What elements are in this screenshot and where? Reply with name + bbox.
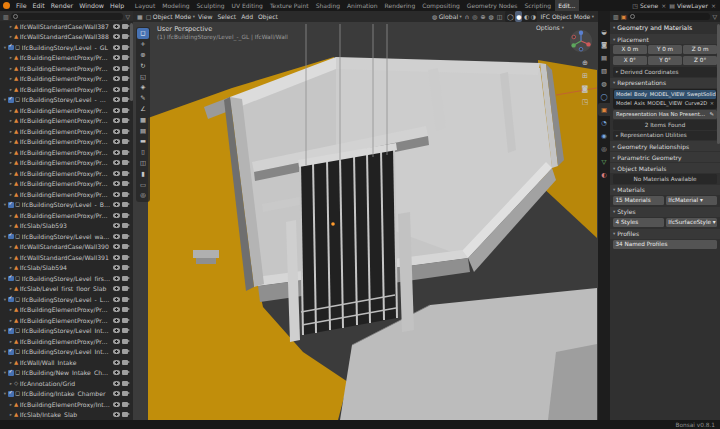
properties-tab-physics[interactable]: ◉: [598, 129, 610, 142]
style-type-dropdown[interactable]: IfcSurfaceStyle ▾: [666, 218, 717, 227]
outliner-row[interactable]: ▸▲IfcSlab/Slab593: [0, 221, 133, 232]
placement-header[interactable]: ▾Placement: [610, 34, 720, 44]
location-field-z[interactable]: Z 0 m: [683, 45, 717, 54]
hide-in-viewport-icon[interactable]: [113, 181, 120, 186]
outliner-row[interactable]: ▸▲IfcBuildingElementProxy/ProxyRoof: [0, 116, 133, 127]
disable-in-render-icon[interactable]: [122, 129, 128, 134]
outliner-row[interactable]: ▸▲IfcBuildingElementProxy/ProxyDL40: [0, 168, 133, 179]
object-breadcrumb-icon[interactable]: ▣: [621, 13, 627, 20]
disable-in-render-icon[interactable]: [122, 265, 128, 270]
outliner-row[interactable]: ▸▲IfcBuildingElementProxy/Intake: [0, 399, 133, 410]
outliner-row[interactable]: ▸▲IfcSlab/Level_first_floor_Slab: [0, 284, 133, 295]
tool-wall[interactable]: ▤: [137, 125, 149, 136]
hide-in-viewport-icon[interactable]: [113, 234, 120, 239]
properties-tab-tool[interactable]: ◒: [598, 25, 610, 38]
show-gizmo-icon[interactable]: ⊕: [480, 11, 485, 22]
parametric-geometry-header[interactable]: ▸Parametric Geometry: [610, 152, 720, 162]
scene-selector[interactable]: Scene: [640, 2, 658, 9]
object-materials-header[interactable]: ▾Object Materials: [610, 163, 720, 173]
workspace-tab[interactable]: UV Editing: [228, 0, 266, 11]
properties-search-input[interactable]: [628, 13, 710, 20]
disable-in-render-icon[interactable]: [122, 339, 128, 344]
disable-in-render-icon[interactable]: [122, 402, 128, 407]
outliner-row[interactable]: ▸▲IfcWallStandardCase/Wall391: [0, 252, 133, 263]
ifc-mode-dropdown[interactable]: IFC Object Mode ▾: [540, 13, 594, 20]
outliner-row[interactable]: ▸▲IfcBuildingElementProxy/ProxySlab: [0, 179, 133, 190]
location-field-x[interactable]: X 0 m: [613, 45, 647, 54]
location-field-y[interactable]: Y 0 m: [648, 45, 682, 54]
tool-pipe[interactable]: ◎: [137, 190, 149, 201]
workspace-tab[interactable]: Shading: [312, 0, 343, 11]
hide-in-viewport-icon[interactable]: [113, 328, 120, 333]
shading-rendered-icon[interactable]: ◑: [531, 11, 536, 22]
viewport-menu-add[interactable]: Add: [241, 13, 253, 20]
disable-in-render-icon[interactable]: [122, 150, 128, 155]
disable-in-render-icon[interactable]: [122, 160, 128, 165]
disable-in-render-icon[interactable]: [122, 234, 128, 239]
disable-in-render-icon[interactable]: [122, 360, 128, 365]
outliner-row[interactable]: ▸▲IfcBuildingElementProxy/ProxyIntake: [0, 336, 133, 347]
viewlayer-selector[interactable]: ViewLayer: [677, 2, 708, 9]
hide-in-viewport-icon[interactable]: [113, 244, 120, 249]
tool-column[interactable]: ▮: [137, 168, 149, 179]
outliner-row[interactable]: ▸▲IfcBuildingElementProxy/ProxyBase: [0, 315, 133, 326]
disable-in-render-icon[interactable]: [122, 118, 128, 123]
representation-item[interactable]: ModelBodyMODEL_VIEWSweptSolid×: [614, 90, 716, 99]
tool-beam[interactable]: ▭: [137, 179, 149, 190]
properties-tab-world[interactable]: ◯: [598, 90, 610, 103]
editor-type-icon[interactable]: ▦: [137, 11, 143, 22]
disable-in-render-icon[interactable]: [122, 255, 128, 260]
hide-in-viewport-icon[interactable]: [113, 160, 120, 165]
rotation-field-x[interactable]: X 0°: [613, 56, 647, 65]
hide-in-viewport-icon[interactable]: [113, 223, 120, 228]
outliner-row[interactable]: ▸▲IfcBuildingElementProxy/ProxyBase: [0, 137, 133, 148]
workspace-tab[interactable]: Modeling: [159, 0, 193, 11]
hide-in-viewport-icon[interactable]: [113, 108, 120, 113]
tool-transform[interactable]: ◈: [137, 82, 149, 93]
hide-in-viewport-icon[interactable]: [113, 265, 120, 270]
disable-in-render-icon[interactable]: [122, 286, 128, 291]
perspective-toggle-icon[interactable]: ◳: [580, 97, 590, 107]
disable-in-render-icon[interactable]: [122, 76, 128, 81]
proportional-editing-icon[interactable]: ◎: [472, 11, 477, 22]
workspace-tab[interactable]: Sculpting: [193, 0, 228, 11]
disable-in-render-icon[interactable]: [122, 34, 128, 39]
properties-editor-icon[interactable]: ▥: [613, 13, 619, 20]
properties-tab-scene[interactable]: ◍: [598, 77, 610, 90]
rotation-field-z[interactable]: Z 0°: [683, 56, 717, 65]
properties-tab-view-layer[interactable]: ▧: [598, 64, 610, 77]
properties-tab-material[interactable]: ◐: [598, 168, 610, 181]
hide-in-viewport-icon[interactable]: [113, 129, 120, 134]
outliner-row[interactable]: ▸▲IfcBuildingElementProxy/ProxyBase: [0, 84, 133, 95]
representation-utilities-row[interactable]: ▸Representation Utilities: [613, 131, 717, 141]
workspace-tab[interactable]: Animation: [344, 0, 382, 11]
hide-in-viewport-icon[interactable]: [113, 360, 120, 365]
hide-in-viewport-icon[interactable]: [113, 150, 120, 155]
hide-in-viewport-icon[interactable]: [113, 192, 120, 197]
disable-in-render-icon[interactable]: [122, 97, 128, 102]
collection-checkbox[interactable]: [8, 234, 14, 240]
tool-rotate[interactable]: ↻: [137, 60, 149, 71]
hide-in-viewport-icon[interactable]: [113, 55, 120, 60]
disable-in-render-icon[interactable]: [122, 66, 128, 71]
rotation-field-y[interactable]: Y 0°: [648, 56, 682, 65]
camera-view-icon[interactable]: ◙: [580, 84, 590, 94]
blender-logo-icon[interactable]: [3, 2, 10, 9]
outliner-row[interactable]: ▸▲IfcBuildingElementProxy/ProxyBase: [0, 147, 133, 158]
shading-material-icon[interactable]: ◐: [524, 11, 529, 22]
outliner-row[interactable]: ▸▲IfcSlab/Intake_Slab: [0, 410, 133, 421]
representations-header[interactable]: ▾Representations: [610, 78, 720, 88]
properties-tab-modifiers[interactable]: ◔: [598, 116, 610, 129]
styles-count[interactable]: 4 Styles: [613, 218, 664, 227]
hide-in-viewport-icon[interactable]: [113, 118, 120, 123]
outliner-row[interactable]: ▾▢IfcBuildingStorey/Level_-_L001: [0, 294, 133, 305]
disable-in-render-icon[interactable]: [122, 171, 128, 176]
outliner-filter-icon[interactable]: ▽: [125, 13, 130, 20]
menu-window[interactable]: Window: [76, 0, 107, 11]
show-overlays-icon[interactable]: ◍: [489, 11, 494, 22]
hide-in-viewport-icon[interactable]: [113, 276, 120, 281]
workspace-tab[interactable]: Edit...: [555, 0, 579, 11]
hide-in-viewport-icon[interactable]: [113, 24, 120, 29]
collection-checkbox[interactable]: [8, 370, 14, 376]
collection-checkbox[interactable]: [8, 297, 14, 303]
